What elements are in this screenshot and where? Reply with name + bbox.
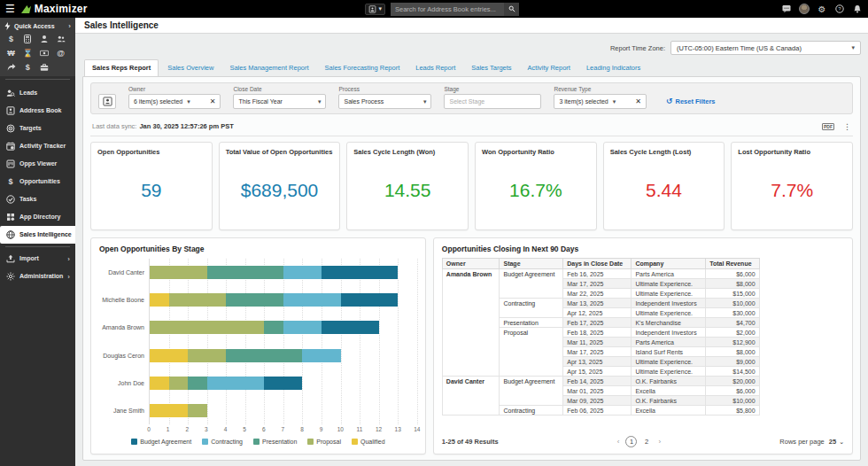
bar-segment-qualified[interactable] bbox=[150, 293, 169, 307]
kebab-menu-icon[interactable]: ⋮ bbox=[843, 122, 851, 131]
filter-label: Owner bbox=[128, 86, 221, 92]
next-page-icon[interactable]: › bbox=[658, 438, 661, 446]
bar-segment-budget-agreement[interactable] bbox=[322, 321, 379, 334]
dollar-icon[interactable]: $ bbox=[21, 62, 35, 72]
column-header-stage[interactable]: Stage bbox=[500, 259, 563, 269]
bar-segment-proposal[interactable] bbox=[169, 293, 227, 307]
share-icon[interactable] bbox=[4, 62, 18, 72]
filter-process-control[interactable]: Sales Process▾ bbox=[338, 94, 431, 109]
cash-icon[interactable] bbox=[38, 48, 51, 58]
sidebar-item-import[interactable]: Import› bbox=[0, 250, 75, 268]
column-header-company[interactable]: Company bbox=[632, 259, 706, 269]
page-number-2[interactable]: 2 bbox=[640, 436, 652, 447]
gear-icon[interactable]: ⚙ bbox=[817, 4, 827, 14]
bar-segment-contracting[interactable] bbox=[283, 293, 341, 307]
owner-picker-button[interactable] bbox=[98, 94, 116, 109]
legend-item-contracting[interactable]: Contracting bbox=[202, 439, 243, 445]
tab-sales-forecasting-report[interactable]: Sales Forecasting Report bbox=[318, 60, 407, 76]
bar-segment-proposal[interactable] bbox=[150, 266, 207, 279]
sidebar-item-targets[interactable]: Targets bbox=[0, 120, 75, 137]
bar-segment-contracting[interactable] bbox=[207, 377, 265, 390]
bar-segment-proposal[interactable] bbox=[188, 349, 226, 362]
x-axis-tick: 8 bbox=[300, 426, 304, 432]
cell-days-in-close-date: Feb 18, 2025 bbox=[563, 328, 632, 338]
search-icon bbox=[508, 5, 515, 12]
tab-leads-report[interactable]: Leads Report bbox=[408, 60, 462, 76]
bell-icon[interactable] bbox=[852, 4, 863, 14]
rows-per-page-select[interactable]: 25 ⌄ bbox=[829, 438, 844, 446]
dollar-icon[interactable]: $ bbox=[4, 34, 18, 43]
search-button[interactable] bbox=[504, 3, 519, 16]
bar-segment-budget-agreement[interactable] bbox=[341, 293, 399, 307]
bar-segment-qualified[interactable] bbox=[150, 404, 188, 417]
sidebar-item-leads[interactable]: Leads bbox=[0, 84, 75, 102]
timezone-select[interactable]: (UTC-05:00) Eastern Time (US & Canada) ▾ bbox=[670, 41, 861, 55]
bar-segment-presentation[interactable] bbox=[188, 377, 207, 390]
sidebar-item-sales-intelligence[interactable]: Sales Intelligence bbox=[0, 226, 75, 244]
bar-segment-presentation[interactable] bbox=[226, 349, 302, 362]
clear-filter-icon[interactable]: ✕ bbox=[210, 97, 216, 105]
help-icon[interactable]: ? bbox=[834, 4, 845, 14]
reset-filters-button[interactable]: ↺ Reset Filters bbox=[666, 89, 716, 105]
sidebar-item-administration[interactable]: Administration› bbox=[0, 268, 75, 285]
hamburger-menu-icon[interactable]: ☰ bbox=[5, 3, 15, 15]
tab-leading-indicators[interactable]: Leading Indicators bbox=[579, 60, 647, 76]
bar-segment-proposal[interactable] bbox=[150, 321, 264, 334]
sidebar-item-address-book[interactable]: Address Book bbox=[0, 102, 75, 120]
bar-segment-qualified[interactable] bbox=[150, 349, 188, 362]
bar-segment-qualified[interactable] bbox=[150, 377, 169, 390]
bar-segment-presentation[interactable] bbox=[207, 266, 283, 279]
won-currency-icon[interactable]: ₩ bbox=[4, 48, 18, 58]
column-header-days-in-close-date[interactable]: Days in Close Date bbox=[563, 259, 632, 269]
quick-access-header[interactable]: Quick Access › bbox=[4, 20, 71, 34]
bar-segment-contracting[interactable] bbox=[283, 321, 322, 334]
chevron-down-icon: ▾ bbox=[318, 98, 322, 105]
table-row[interactable]: David CanterBudget AgreementFeb 14, 2025… bbox=[442, 377, 759, 386]
column-header-owner[interactable]: Owner bbox=[442, 259, 500, 269]
tab-sales-targets[interactable]: Sales Targets bbox=[464, 60, 518, 76]
sidebar-item-activity-tracker[interactable]: Activity Tracker bbox=[0, 137, 75, 155]
user-avatar[interactable] bbox=[799, 4, 810, 14]
bar-segment-budget-agreement[interactable] bbox=[322, 266, 398, 279]
stacked-bar-chart: David CanterMichelle BooneAmanda BrownDo… bbox=[99, 259, 417, 447]
export-pdf-icon[interactable]: PDF bbox=[822, 123, 834, 130]
calculator-icon[interactable] bbox=[21, 34, 35, 43]
table-row[interactable]: Amanda BrownBudget AgreementFeb 16, 2025… bbox=[442, 269, 759, 279]
bar-segment-contracting[interactable] bbox=[302, 349, 340, 362]
sidebar-item-opps-viewer[interactable]: Opps Viewer bbox=[0, 155, 75, 173]
tab-activity-report[interactable]: Activity Report bbox=[521, 60, 577, 76]
filter-stage-control[interactable]: Select Stage bbox=[444, 94, 541, 109]
briefcase-icon[interactable] bbox=[38, 62, 51, 72]
sidebar-item-opportunities[interactable]: $Opportunities bbox=[0, 173, 75, 190]
bar-segment-presentation[interactable] bbox=[264, 321, 283, 334]
legend-item-presentation[interactable]: Presentation bbox=[253, 439, 297, 445]
prev-page-icon[interactable]: ‹ bbox=[617, 438, 620, 446]
legend-item-budget-agreement[interactable]: Budget Agreement bbox=[131, 439, 191, 445]
page-number-1[interactable]: 1 bbox=[625, 436, 637, 447]
legend-item-qualified[interactable]: Qualified bbox=[352, 439, 385, 445]
contact-icon[interactable] bbox=[38, 34, 51, 43]
bar-segment-presentation[interactable] bbox=[226, 293, 283, 307]
search-input[interactable] bbox=[391, 3, 504, 16]
filter-revenue-type-control[interactable]: 3 item(s) selected▾✕ bbox=[554, 94, 646, 109]
filter-owner-control[interactable]: 6 item(s) selected▾✕ bbox=[128, 94, 221, 109]
mention-icon[interactable]: @ bbox=[54, 48, 67, 58]
tab-sales-management-report[interactable]: Sales Management Report bbox=[222, 60, 315, 76]
legend-item-proposal[interactable]: Proposal bbox=[307, 439, 341, 445]
bar-segment-budget-agreement[interactable] bbox=[264, 377, 302, 390]
chat-icon[interactable] bbox=[781, 4, 792, 14]
bar-segment-proposal[interactable] bbox=[169, 377, 189, 390]
filter-close-date-control[interactable]: This Fiscal Year▾ bbox=[233, 94, 326, 109]
sidebar-item-tasks[interactable]: Tasks bbox=[0, 190, 75, 208]
tab-sales-reps-report[interactable]: Sales Reps Report bbox=[84, 59, 159, 76]
column-header-total-revenue[interactable]: Total Revenue bbox=[706, 259, 759, 269]
entity-type-button[interactable]: ▾ bbox=[365, 4, 385, 15]
hourglass-icon[interactable]: ⌛ bbox=[21, 48, 35, 58]
tab-sales-overview[interactable]: Sales Overview bbox=[160, 60, 221, 76]
bar-segment-proposal[interactable] bbox=[188, 404, 207, 417]
clear-filter-icon[interactable]: ✕ bbox=[635, 97, 641, 105]
bar-segment-contracting[interactable] bbox=[283, 266, 322, 279]
team-icon[interactable] bbox=[54, 34, 67, 43]
chart-category-label: Michelle Boone bbox=[99, 286, 149, 314]
sidebar-item-app-directory[interactable]: App Directory bbox=[0, 208, 75, 226]
